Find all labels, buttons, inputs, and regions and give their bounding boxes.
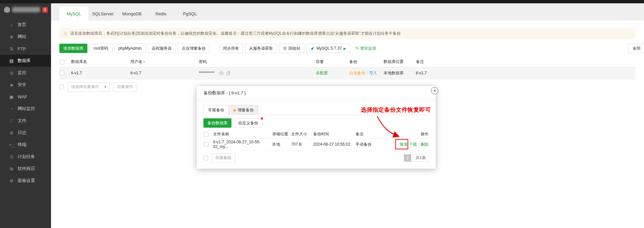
row-checkbox[interactable] [60, 71, 64, 75]
batch-select-all-checkbox[interactable] [59, 85, 64, 89]
warning-icon: ⚠ [63, 31, 68, 36]
tab-mysql[interactable]: MySQL [59, 7, 88, 21]
sidebar-item-database[interactable]: ▤数据库 [0, 55, 51, 67]
filter-select[interactable]: 全部 [628, 44, 644, 53]
tab-pgsql[interactable]: PgSQL [175, 7, 204, 21]
sidebar-item-security[interactable]: ◈安全 [0, 79, 51, 91]
shield-icon: ◈ [9, 82, 14, 87]
sidebar-item-label: FTP [18, 46, 26, 51]
sidebar-item-home[interactable]: ⌂首页 [0, 19, 51, 31]
mysql-version-label: MySQL 5.7.37 [316, 46, 342, 51]
batch-operation-select[interactable]: 请选择批量操作 ▼ [67, 82, 110, 92]
sidebar-item-ftp[interactable]: ⇅FTP [0, 43, 51, 55]
tab-incremental-label: 增量备份 [237, 107, 253, 113]
download-link[interactable]: 下载 [409, 142, 417, 147]
modal-title: 备份数据库 - [ tl-v1.7 ] [197, 86, 436, 100]
database-type-tabs: MySQL SQLServer MongoDB Redis PgSQL [51, 3, 644, 21]
backup-select-all-checkbox[interactable] [204, 132, 208, 137]
copy-icon[interactable] [226, 71, 230, 75]
backup-database-button[interactable]: 备份数据库 [203, 118, 231, 128]
cell-filename: tl-v1.7_2024-08-27_10-55-02_my... [213, 138, 272, 150]
select-all-checkbox[interactable] [60, 60, 64, 64]
sidebar-item-cron[interactable]: ◷计划任务 [0, 151, 51, 163]
backup-row-checkbox[interactable] [204, 142, 208, 147]
sidebar-item-label: 安全 [18, 82, 26, 88]
table-header-row: 数据库名 用户名▾ 密码 容量 备份 数据库位置 备注 [59, 57, 636, 67]
sort-caret-icon: ▾ [143, 60, 145, 64]
play-icon: ▶ [344, 47, 346, 50]
close-icon[interactable]: × [431, 87, 438, 94]
col-backup-note: 备注 [355, 130, 397, 138]
col-database-name: 数据库名 [71, 57, 130, 67]
footer-select-all-checkbox[interactable] [203, 156, 208, 160]
password-mask: ********** [199, 71, 214, 75]
message-badge[interactable]: 0 [42, 7, 48, 13]
delete-link[interactable]: 删除 [421, 142, 429, 147]
add-database-button[interactable]: 添加数据库 [59, 44, 87, 53]
sidebar: 0 ⌂首页 ⊕网站 ⇅FTP ▤数据库 ◎监控 ◈安全 ▣WAF ◔网站监控 □… [0, 0, 51, 228]
sidebar-item-waf[interactable]: ▣WAF [0, 91, 51, 103]
gear-icon: ⚙ [9, 178, 14, 183]
col-size: 容量 [315, 57, 349, 67]
eye-icon[interactable] [219, 71, 224, 75]
sidebar-item-label: 文件 [18, 118, 26, 124]
sidebar-item-appstore[interactable]: ⊞软件商店 [0, 163, 51, 175]
cell-actions: 恢复 下载|删除 [397, 138, 429, 150]
sidebar-item-files[interactable]: □文件 [0, 115, 51, 127]
backup-warning-alert: ⚠ 请在添加数据库后，务必到[计划任务]页面添加定时备份任务，以确保您的数据安全… [59, 28, 636, 39]
mysql-version-button[interactable]: MySQL 5.7.37 ▶ [306, 44, 350, 53]
custom-backup-button[interactable]: 自定义备份 [234, 118, 262, 128]
cell-filesize: 707 B [291, 138, 313, 150]
edit-icon: ✎ [356, 46, 359, 51]
enterprise-backup-button[interactable]: 企业增量备份 [178, 44, 210, 53]
sidebar-item-site-monitor[interactable]: ◔网站监控 [0, 103, 51, 115]
sidebar-menu: ⌂首页 ⊕网站 ⇅FTP ▤数据库 ◎监控 ◈安全 ▣WAF ◔网站监控 □文件… [0, 19, 51, 187]
folder-icon: □ [9, 118, 14, 123]
page-number[interactable]: 1 [404, 154, 411, 162]
tab-incremental-backup[interactable]: ◆ 增量备份 [229, 105, 258, 115]
modal-footer: 批量删除 1 共1条 [203, 153, 429, 167]
batch-select-placeholder: 请选择批量操作 [71, 84, 99, 90]
cell-note[interactable]: tl-v1.7 [416, 67, 636, 79]
warning-text: 请在添加数据库后，务必到[计划任务]页面添加定时备份任务，以确保您的数据安全。温… [70, 31, 401, 36]
sidebar-item-label: 首页 [18, 22, 26, 28]
col-backup-time: 备份时间 [313, 130, 355, 138]
col-actions: 操作 [397, 130, 429, 138]
restore-link[interactable]: 恢复 [400, 142, 408, 147]
sidebar-item-logs[interactable]: ≣日志 [0, 127, 51, 139]
cell-backup: 点击备份|导入 [349, 67, 383, 79]
import-link[interactable]: 导入 [369, 71, 377, 75]
tab-mongodb[interactable]: MongoDB [117, 7, 146, 21]
site-monitor-icon: ◔ [9, 106, 14, 111]
get-from-server-button[interactable]: 从服务器获取 [245, 44, 277, 53]
root-password-button[interactable]: root密码 [89, 44, 112, 53]
trash-icon [283, 46, 287, 50]
phpmyadmin-button[interactable]: phpMyAdmin [114, 44, 146, 53]
tab-regular-backup[interactable]: 常规备份 [203, 105, 229, 115]
cell-password: ********** [198, 67, 315, 79]
clock-icon: ◷ [9, 154, 14, 159]
recycle-bin-button[interactable]: 回收站 [279, 44, 304, 53]
remote-server-button[interactable]: 远程服务器 [148, 44, 176, 53]
sidebar-item-settings[interactable]: ⚙面板设置 [0, 175, 51, 187]
feedback-link[interactable]: ✎ 需求反馈 [356, 46, 376, 51]
sidebar-item-monitor[interactable]: ◎监控 [0, 67, 51, 79]
tab-redis[interactable]: Redis [146, 7, 175, 21]
col-location: 数据库位置 [383, 57, 416, 67]
sidebar-item-terminal[interactable]: >_终端 [0, 139, 51, 151]
database-icon: ▤ [9, 58, 14, 63]
backup-link[interactable]: 点击备份 [349, 71, 365, 75]
sidebar-item-website[interactable]: ⊕网站 [0, 31, 51, 43]
sidebar-item-label: 软件商店 [18, 166, 35, 172]
tab-sqlserver[interactable]: SQLServer [88, 7, 117, 21]
cell-location: 本地数据库 [383, 67, 416, 79]
col-username[interactable]: 用户名▾ [130, 57, 198, 67]
col-filesize: 文件大小 [291, 130, 313, 138]
sidebar-item-label: 面板设置 [18, 178, 35, 184]
sidebar-item-label: 日志 [18, 130, 26, 136]
sync-all-button[interactable]: 同步所有 [219, 44, 243, 53]
cell-size: 未配置 [315, 67, 349, 79]
backup-table-header-row: 文件名称 存储位置 文件大小 备份时间 备注 操作 [203, 130, 429, 138]
batch-operation-button[interactable]: 批量操作 [113, 82, 137, 92]
batch-delete-button[interactable]: 批量删除 [211, 153, 235, 163]
